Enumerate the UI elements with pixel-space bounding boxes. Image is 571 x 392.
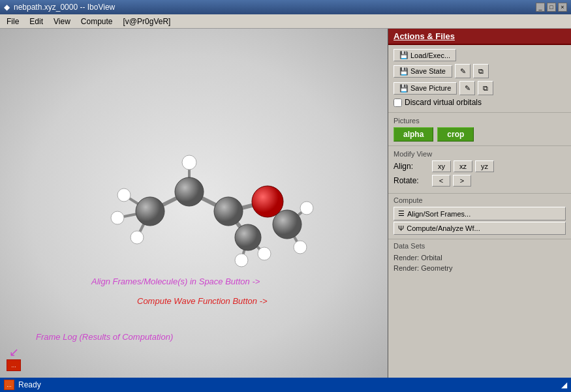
align-label: Align: <box>394 162 429 171</box>
svg-point-21 <box>136 197 164 226</box>
discard-orbitals-checkbox[interactable] <box>394 98 402 107</box>
psi-icon: Ψ <box>398 224 404 232</box>
titlebar-left: ◆ nebpath.xyz_0000 -- IboView <box>4 3 115 12</box>
save-picture-icon: 💾 <box>399 84 409 93</box>
svg-point-16 <box>300 202 313 215</box>
window-title: nebpath.xyz_0000 -- IboView <box>14 3 115 12</box>
alpha-button[interactable]: alpha <box>394 127 433 142</box>
save-picture-copy-button[interactable]: ⧉ <box>478 81 493 95</box>
render-orbital-row: Render: Orbital <box>394 252 566 263</box>
svg-point-22 <box>175 177 204 206</box>
menubar: File Edit View Compute [v@Pr0gVeR] <box>0 14 571 29</box>
load-exec-section: 💾 Load/Exec... 💾 Save State ✎ ⧉ 💾 <box>388 45 571 113</box>
svg-point-17 <box>294 241 307 254</box>
rotate-left-button[interactable]: < <box>432 175 450 187</box>
copy2-icon: ⧉ <box>483 84 488 93</box>
svg-point-18 <box>235 254 248 267</box>
save-state-edit-button[interactable]: ✎ <box>455 64 471 78</box>
framelog-arrow: ↙ <box>9 345 19 359</box>
menu-view[interactable]: View <box>50 16 74 27</box>
close-button[interactable]: × <box>558 3 567 12</box>
modify-view-section: Modify View Align: xy xz yz Rotate: < > <box>388 146 571 194</box>
rotate-right-button[interactable]: > <box>453 175 471 187</box>
render-geometry-row: Render: Geometry <box>394 263 566 273</box>
molecule-display <box>33 81 359 290</box>
modify-view-label: Modify View <box>394 150 566 158</box>
minimize-button[interactable]: _ <box>536 3 545 12</box>
svg-point-23 <box>214 197 243 226</box>
annotation-framelog: Frame Log (Results of Computation) <box>36 332 173 342</box>
viewport[interactable]: Align Frames/Molecule(s) in Space Button… <box>0 29 388 378</box>
status-icon[interactable]: ... <box>4 380 14 390</box>
discard-orbitals-label: Discard virtual orbitals <box>405 98 482 107</box>
titlebar-controls: _ □ × <box>536 3 567 12</box>
discard-orbitals-row: Discard virtual orbitals <box>394 98 566 107</box>
disk-icon: 💾 <box>399 51 409 59</box>
pencil-icon: ✎ <box>460 67 466 76</box>
save-state-icon: 💾 <box>399 67 409 76</box>
resize-handle[interactable]: ◢ <box>561 380 567 389</box>
save-picture-edit-button[interactable]: ✎ <box>459 81 475 95</box>
pencil2-icon: ✎ <box>465 84 471 93</box>
right-panel: Actions & Files 💾 Load/Exec... 💾 Save St… <box>388 29 571 378</box>
datasets-section: Data Sets Render: Orbital Render: Geomet… <box>388 239 571 276</box>
svg-point-26 <box>252 186 283 217</box>
pictures-label: Pictures <box>394 117 566 125</box>
menu-compute[interactable]: Compute <box>77 16 117 27</box>
compute-section: Compute ☰ Align/Sort Frames... Ψ Compute… <box>388 194 571 239</box>
maximize-button[interactable]: □ <box>547 3 556 12</box>
load-exec-button[interactable]: 💾 Load/Exec... <box>394 49 456 61</box>
align-icon: ☰ <box>398 209 405 218</box>
framelog-icon[interactable]: ... <box>7 359 21 371</box>
svg-point-14 <box>131 231 144 244</box>
save-state-button[interactable]: 💾 Save State <box>394 65 452 78</box>
align-sort-frames-button[interactable]: ☰ Align/Sort Frames... <box>394 207 566 220</box>
svg-point-20 <box>111 211 124 224</box>
svg-point-13 <box>117 188 131 202</box>
statusbar: ... Ready ◢ <box>0 378 571 392</box>
datasets-label: Data Sets <box>394 242 566 250</box>
compute-label: Compute <box>394 196 566 204</box>
molecule-area: Align Frames/Molecule(s) in Space Button… <box>0 29 388 378</box>
rotate-label: Rotate: <box>394 176 429 185</box>
save-picture-button[interactable]: 💾 Save Picture <box>394 82 457 95</box>
annotation-compute-wave: Compute Wave Function Button -> <box>137 296 268 306</box>
main-layout: Align Frames/Molecule(s) in Space Button… <box>0 29 571 378</box>
copy-icon: ⧉ <box>478 67 484 76</box>
svg-point-15 <box>182 155 196 170</box>
titlebar: ◆ nebpath.xyz_0000 -- IboView _ □ × <box>0 0 571 14</box>
annotation-align-frames: Align Frames/Molecule(s) in Space Button… <box>91 277 260 286</box>
xz-button[interactable]: xz <box>454 160 472 172</box>
menu-version[interactable]: [v@Pr0gVeR] <box>119 16 175 27</box>
crop-button[interactable]: crop <box>437 127 474 142</box>
menu-file[interactable]: File <box>3 16 23 27</box>
pictures-section: Pictures alpha crop <box>388 113 571 146</box>
app-icon: ◆ <box>4 3 10 12</box>
svg-point-24 <box>235 224 261 250</box>
compute-analyze-button[interactable]: Ψ Compute/Analyze Wf... <box>394 222 566 235</box>
svg-point-19 <box>258 247 271 260</box>
menu-edit[interactable]: Edit <box>25 16 47 27</box>
xy-button[interactable]: xy <box>432 160 451 172</box>
actions-files-header: Actions & Files <box>388 29 571 45</box>
yz-button[interactable]: yz <box>475 160 494 172</box>
status-text: Ready <box>18 380 41 389</box>
save-state-copy-button[interactable]: ⧉ <box>473 64 489 78</box>
